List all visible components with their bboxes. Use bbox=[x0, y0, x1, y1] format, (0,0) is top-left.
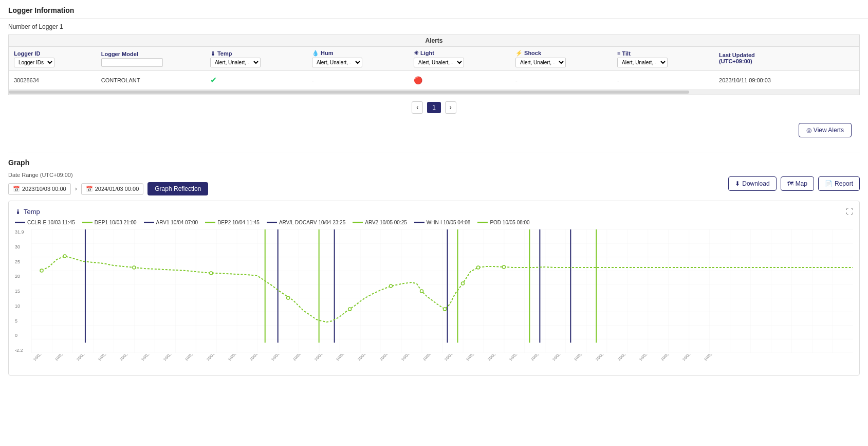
alerts-section-label: Alerts bbox=[9, 35, 859, 47]
next-page-btn[interactable]: › bbox=[445, 101, 456, 114]
legend-item-arv2: ARV2 10/05 00:25 bbox=[353, 220, 407, 225]
svg-point-19 bbox=[420, 290, 423, 293]
temp-filter[interactable]: Alert, Unalert, - bbox=[210, 58, 261, 67]
svg-point-17 bbox=[348, 308, 352, 311]
table-row: 30028634 CONTROLANT ✔ - 🔴 - - 2023/10/11… bbox=[9, 71, 859, 90]
legend-item-pod: POD 10/05 08:00 bbox=[477, 220, 529, 225]
svg-point-15 bbox=[210, 272, 213, 275]
col-header-hum: 💧 Hum bbox=[312, 50, 403, 57]
cell-shock-status: - bbox=[510, 71, 612, 90]
map-button[interactable]: 🗺 Map bbox=[781, 176, 814, 191]
svg-rect-0 bbox=[31, 229, 853, 353]
pagination: ‹ 1 › bbox=[8, 95, 860, 120]
graph-section-title: Graph bbox=[8, 152, 860, 167]
report-icon: 📄 bbox=[825, 180, 833, 187]
start-date-input[interactable]: 📅 2023/10/03 00:00 bbox=[8, 183, 71, 195]
svg-point-14 bbox=[133, 266, 136, 269]
download-button[interactable]: ⬇ Download bbox=[728, 176, 776, 191]
legend-item-dep1: DEP1 10/03 21:00 bbox=[82, 220, 137, 225]
report-button[interactable]: 📄 Report bbox=[818, 176, 860, 191]
chart-label: 🌡 Temp bbox=[15, 208, 40, 216]
cell-tilt-status: - bbox=[612, 71, 714, 90]
cell-logger-model: CONTROLANT bbox=[96, 71, 205, 90]
expand-chart-button[interactable]: ⛶ bbox=[846, 207, 853, 216]
start-date-value: 2023/10/03 00:00 bbox=[22, 186, 66, 192]
col-header-temp: 🌡 Temp bbox=[210, 50, 302, 57]
col-header-tilt: ≡ Tilt bbox=[617, 50, 709, 57]
svg-point-22 bbox=[476, 266, 479, 269]
logger-id-filter[interactable]: Logger IDs bbox=[14, 58, 54, 67]
end-date-value: 2024/01/03 00:00 bbox=[95, 186, 139, 192]
legend-item-arv1: ARV1 10/04 07:00 bbox=[144, 220, 198, 225]
svg-point-12 bbox=[40, 269, 43, 272]
col-header-logger-model: Logger Model bbox=[101, 51, 200, 57]
x-axis-labels: 10/03 09:00 10/03 11:00 10/03 13:00 10/0… bbox=[31, 354, 853, 363]
legend-item-arvl: ARV/L DOCARV 10/04 23:25 bbox=[267, 220, 345, 225]
tilt-filter[interactable]: Alert, Unalert, - bbox=[617, 58, 668, 67]
date-range-label: Date Range (UTC+09:00) bbox=[8, 172, 208, 178]
light-filter[interactable]: Alert, Unalert, - bbox=[414, 58, 464, 67]
graph-reflection-button[interactable]: Graph Reflection bbox=[147, 182, 208, 195]
svg-point-21 bbox=[461, 282, 464, 285]
page-title: Logger Information bbox=[0, 0, 868, 19]
end-calendar-icon: 📅 bbox=[86, 186, 93, 192]
svg-point-16 bbox=[287, 296, 290, 299]
col-header-last-updated: Last Updated(UTC+09:00) bbox=[719, 52, 854, 64]
chart-svg bbox=[31, 229, 853, 353]
shock-filter[interactable]: Alert, Unalert, - bbox=[515, 58, 566, 67]
cell-hum-status: - bbox=[307, 71, 409, 90]
end-date-input[interactable]: 📅 2024/01/03 00:00 bbox=[81, 183, 144, 195]
temp-icon: 🌡 bbox=[15, 208, 22, 216]
svg-point-23 bbox=[502, 265, 505, 269]
svg-point-18 bbox=[390, 284, 393, 288]
cell-last-updated: 2023/10/11 09:00:03 bbox=[714, 71, 859, 90]
chart-legend: CCLR-E 10/03 11:45 DEP1 10/03 21:00 ARV1… bbox=[15, 220, 853, 225]
svg-point-20 bbox=[443, 308, 446, 311]
col-header-shock: ⚡ Shock bbox=[515, 50, 607, 57]
legend-item-whni: WHN-I 10/05 04:08 bbox=[414, 220, 471, 225]
prev-page-btn[interactable]: ‹ bbox=[412, 101, 423, 114]
start-calendar-icon: 📅 bbox=[13, 186, 20, 192]
logger-model-filter[interactable] bbox=[101, 58, 163, 67]
download-icon: ⬇ bbox=[735, 180, 740, 187]
y-axis-labels: 31.9 30 25 20 15 10 5 0 -2.2 bbox=[15, 229, 31, 363]
view-alerts-button[interactable]: ◎ View Alerts bbox=[799, 123, 852, 137]
cell-temp-status: ✔ bbox=[205, 71, 307, 90]
col-header-light: ☀ Light bbox=[414, 50, 505, 57]
cell-logger-id: 30028634 bbox=[9, 71, 96, 90]
date-range-arrow: › bbox=[75, 185, 77, 192]
chart-container: 🌡 Temp ⛶ CCLR-E 10/03 11:45 DEP1 10/03 2… bbox=[8, 201, 860, 376]
col-header-logger-id: Logger ID bbox=[14, 50, 91, 57]
logger-count: Number of Logger 1 bbox=[8, 23, 860, 30]
cell-light-status: 🔴 bbox=[409, 71, 510, 90]
current-page-btn[interactable]: 1 bbox=[427, 102, 441, 113]
eye-icon: ◎ bbox=[806, 127, 811, 134]
table-scrollbar[interactable] bbox=[9, 90, 859, 95]
svg-point-13 bbox=[63, 255, 66, 258]
legend-item-cclre: CCLR-E 10/03 11:45 bbox=[15, 220, 75, 225]
hum-filter[interactable]: Alert, Unalert, - bbox=[312, 58, 362, 67]
map-icon: 🗺 bbox=[787, 180, 793, 187]
legend-item-dep2: DEP2 10/04 11:45 bbox=[205, 220, 260, 225]
